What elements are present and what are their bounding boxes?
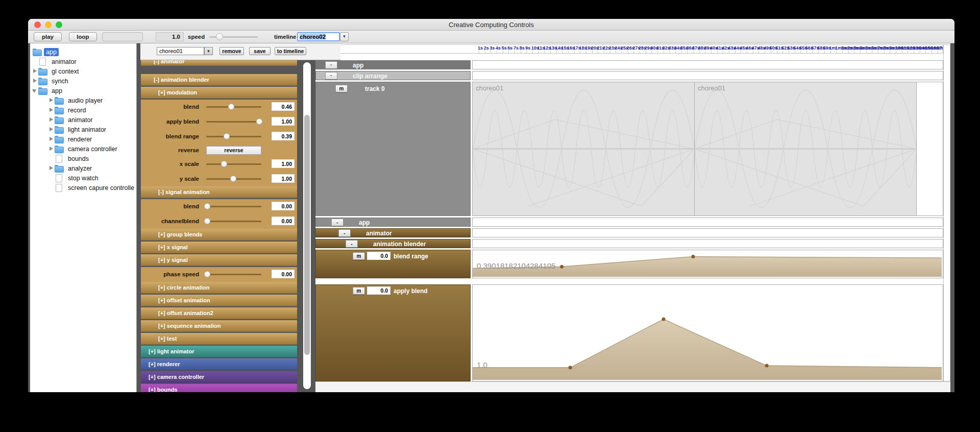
section-header-renderer[interactable]: [+] renderer: [141, 358, 297, 370]
timeline-right-gutter[interactable]: [943, 44, 950, 381]
param-value-field[interactable]: 0.46: [272, 102, 295, 111]
row-track0-content[interactable]: choreo01choreo01: [472, 82, 943, 216]
row-animator-collapse-button[interactable]: -: [338, 229, 351, 237]
param-slider[interactable]: [206, 121, 261, 123]
param-value-field[interactable]: 0.39: [272, 132, 295, 140]
section-header-x-signal[interactable]: [+] x signal: [141, 242, 297, 253]
keyframe-dot[interactable]: [765, 364, 769, 368]
section-header-animator[interactable]: [-] animator: [141, 60, 297, 66]
section-header-camera-controller[interactable]: [+] camera controller: [141, 371, 297, 383]
param-slider-knob[interactable]: [204, 271, 210, 277]
row-app2-content[interactable]: [472, 218, 943, 227]
param-slider[interactable]: [206, 163, 261, 165]
param-slider-knob[interactable]: [204, 203, 210, 209]
row-app-content[interactable]: [472, 60, 943, 69]
param-slider[interactable]: [206, 206, 261, 207]
keyframe-dot[interactable]: [662, 317, 666, 321]
disclosure-collapsed-icon[interactable]: [48, 116, 55, 123]
row-clip-arrange-toggle-button[interactable]: ·: [325, 72, 337, 80]
row-animator-content[interactable]: [472, 228, 943, 237]
disclosure-collapsed-icon[interactable]: [48, 136, 55, 142]
timeline-ruler[interactable]: 1s2s3s4s5s6s7s8s9s10s11s12s13s14s15s16s1…: [315, 44, 943, 54]
param-slider-knob[interactable]: [204, 218, 210, 224]
disclosure-collapsed-icon[interactable]: [48, 146, 55, 152]
tree-item-synch[interactable]: synch: [30, 76, 136, 86]
param-slider[interactable]: [206, 106, 261, 108]
row-apply-blend-mute-button[interactable]: m: [353, 287, 365, 295]
timeline-clip-choreo01-1[interactable]: choreo01: [695, 82, 917, 215]
tree-item-record[interactable]: record: [30, 105, 136, 115]
tree-item-animator[interactable]: animator: [30, 57, 136, 66]
param-slider-knob[interactable]: [256, 118, 262, 125]
tree-item-light-animator[interactable]: light animator: [30, 125, 136, 134]
param-value-field[interactable]: 0.00: [272, 270, 295, 278]
section-header-light-animator[interactable]: [+] light animator: [141, 346, 297, 357]
timeline-dropdown-arrow-icon[interactable]: ▼: [340, 32, 349, 41]
tree-item-audio-player[interactable]: audio player: [30, 95, 136, 105]
preset-combo[interactable]: choreo01: [157, 47, 204, 55]
horizontal-scrollbar-area[interactable]: [315, 381, 950, 392]
row-animation-blender-collapse-button[interactable]: -: [346, 240, 358, 248]
param-slider[interactable]: [206, 136, 261, 137]
row-track0-mute-button[interactable]: m: [335, 85, 348, 92]
section-header-group-blends[interactable]: [+] group blends: [141, 229, 297, 241]
param-value-field[interactable]: 1.00: [272, 174, 295, 183]
keyframe-dot[interactable]: [569, 366, 572, 369]
blank-button[interactable]: [102, 32, 143, 41]
disclosure-expanded-icon[interactable]: [32, 87, 38, 94]
row-blend-range-content[interactable]: 0.39018182104284105: [472, 250, 943, 278]
title-bar[interactable]: Creative Computing Controls: [28, 19, 954, 31]
tree-item-app[interactable]: app: [30, 47, 136, 57]
to-timeline-button[interactable]: to timeline: [275, 47, 306, 55]
section-header-sequence-animation[interactable]: [+] sequence animation: [141, 320, 297, 332]
disclosure-collapsed-icon[interactable]: [48, 165, 55, 172]
tree-item-app[interactable]: app: [30, 86, 136, 95]
speed-slider[interactable]: [209, 36, 258, 38]
row-app2-collapse-button[interactable]: -: [331, 219, 344, 226]
param-slider-knob[interactable]: [228, 104, 234, 110]
param-value-field[interactable]: 0.00: [272, 202, 295, 210]
row-blend-range-mute-button[interactable]: m: [353, 252, 365, 260]
choreo-scrollbar[interactable]: [303, 62, 311, 389]
timeline-input[interactable]: choreo02: [297, 32, 340, 41]
row-apply-blend-content[interactable]: 1.0: [472, 284, 943, 381]
keyframe-dot[interactable]: [691, 255, 695, 258]
tree-item-analyzer[interactable]: analyzer: [30, 163, 136, 173]
tree-item-stop-watch[interactable]: stop watch: [30, 173, 136, 183]
param-slider[interactable]: [206, 274, 261, 275]
row-animation-blender-content[interactable]: [472, 239, 943, 248]
row-app-toggle-button[interactable]: ·: [325, 61, 337, 69]
section-header-signal-animation[interactable]: [-] signal animation: [141, 186, 297, 198]
tree-item-camera-controller[interactable]: camera controller: [30, 144, 136, 154]
keyframe-dot[interactable]: [560, 265, 564, 269]
section-header-animation-blender[interactable]: [-] animation blender: [141, 74, 297, 86]
speed-value[interactable]: 1.0: [156, 32, 184, 41]
tree-item-animator[interactable]: animator: [30, 115, 136, 125]
disclosure-collapsed-icon[interactable]: [32, 78, 38, 84]
section-header-y-signal[interactable]: [+] y signal: [141, 254, 297, 266]
tree-item-screen-capure-controlle[interactable]: screen capure controlle: [30, 183, 136, 193]
param-value-field[interactable]: 1.00: [272, 117, 295, 126]
row-blend-range-value-field[interactable]: 0.0: [367, 252, 390, 260]
timeline-clip-choreo01-0[interactable]: choreo01: [473, 82, 695, 215]
param-value-field[interactable]: 0.00: [272, 217, 295, 225]
tree-item-gl-context[interactable]: gl context: [30, 66, 136, 76]
loop-button[interactable]: loop: [69, 32, 97, 41]
param-slider-knob[interactable]: [224, 133, 230, 139]
remove-button[interactable]: remove: [219, 47, 244, 55]
speed-slider-knob[interactable]: [216, 33, 223, 40]
section-header-offset-animation[interactable]: [+] offset animation: [141, 295, 297, 306]
play-button[interactable]: play: [34, 32, 62, 41]
reverse-button[interactable]: reverse: [206, 146, 261, 155]
section-header-test[interactable]: [+] test: [141, 333, 297, 345]
tree-item-bounds[interactable]: bounds: [30, 154, 136, 163]
disclosure-collapsed-icon[interactable]: [48, 126, 55, 133]
section-header-modulation[interactable]: [+] modulation: [141, 87, 297, 99]
param-slider-knob[interactable]: [221, 161, 227, 167]
disclosure-collapsed-icon[interactable]: [32, 68, 38, 75]
disclosure-collapsed-icon[interactable]: [48, 97, 55, 104]
param-value-field[interactable]: 1.00: [272, 159, 295, 168]
tree-item-renderer[interactable]: renderer: [30, 134, 136, 144]
choreo-scrollbar-thumb[interactable]: [304, 115, 310, 355]
save-button[interactable]: save: [249, 47, 271, 55]
